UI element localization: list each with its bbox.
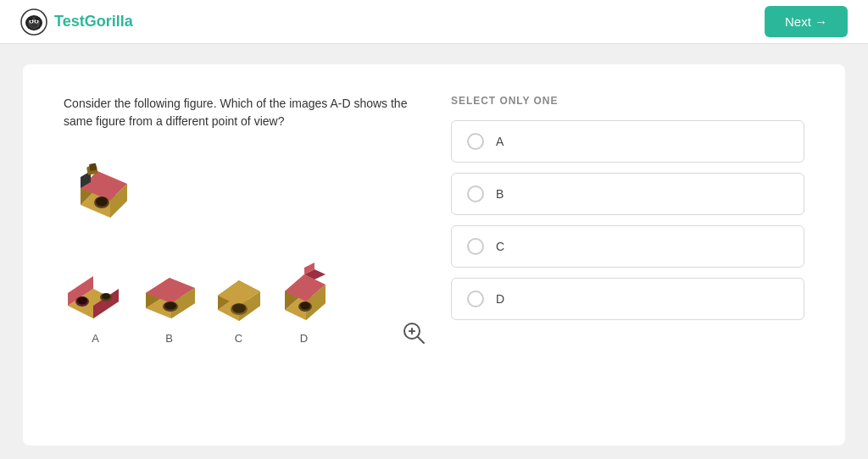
svg-point-25 [102,294,110,300]
next-button[interactable]: Next → [765,6,848,37]
answer-option-D-text: D [496,292,504,306]
figure-b-svg [137,268,201,327]
figure-c-label: C [235,332,242,345]
app-header: TestGorilla Next → [0,0,868,44]
svg-point-31 [164,302,176,310]
figure-b-label: B [165,332,173,345]
main-content: Consider the following figure. Which of … [0,44,868,459]
answer-option-A[interactable]: A [451,120,804,163]
main-figure [64,154,417,239]
svg-point-37 [232,304,246,313]
figure-option-C: C [211,272,266,345]
figure-c-svg [211,272,266,327]
svg-point-8 [28,17,33,20]
logo-text: TestGorilla [54,13,133,30]
answer-option-C-text: C [496,240,504,253]
select-label: SELECT ONLY ONE [451,95,804,107]
svg-point-45 [300,302,310,310]
figure-a-svg [64,268,127,327]
radio-B [467,185,484,202]
figure-d-svg [276,259,331,327]
radio-A [467,133,484,150]
main-figure-svg [64,158,140,235]
svg-rect-18 [89,163,97,171]
figure-option-B: B [137,268,201,345]
svg-line-47 [418,337,424,343]
answer-option-A-text: A [496,135,504,148]
answer-option-D[interactable]: D [451,278,804,320]
figure-option-D: D [276,259,331,345]
figure-d-label: D [300,332,308,345]
left-panel: Consider the following figure. Which of … [64,95,417,412]
figure-option-A: A [64,268,127,345]
svg-point-7 [31,23,37,27]
figure-options-row: A B [64,259,417,345]
svg-point-23 [77,297,87,305]
right-panel: SELECT ONLY ONE A B C D [451,95,804,412]
answer-option-C[interactable]: C [451,225,804,268]
figure-a-label: A [92,332,99,345]
radio-C [467,238,484,255]
logo: TestGorilla [20,8,133,36]
answer-option-B-text: B [496,187,504,201]
answer-option-B[interactable]: B [451,173,804,215]
logo-icon [20,8,47,36]
question-text: Consider the following figure. Which of … [64,95,417,130]
svg-point-9 [35,17,40,20]
zoom-icon[interactable] [402,321,426,345]
question-card: Consider the following figure. Which of … [23,64,845,445]
svg-point-5 [31,20,32,22]
svg-point-16 [96,197,108,207]
radio-D [467,290,484,307]
answer-options: A B C D [451,120,804,320]
svg-point-6 [36,20,37,22]
